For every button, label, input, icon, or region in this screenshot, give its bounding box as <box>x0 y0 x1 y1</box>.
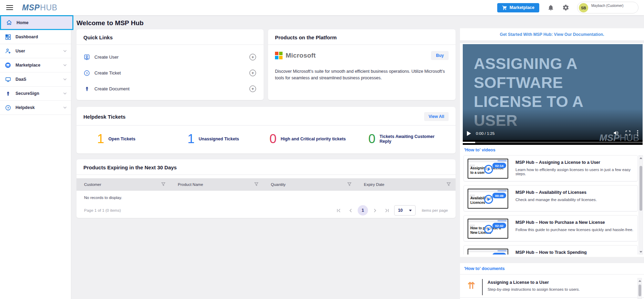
stat-value: 1 <box>187 132 195 145</box>
chevron-down-icon <box>63 50 67 52</box>
more-options-icon[interactable] <box>637 130 638 137</box>
column-customer[interactable]: Customer <box>76 182 170 187</box>
page-title: Welcome to MSP Hub <box>76 19 144 27</box>
duration-badge: 01:08 <box>492 253 506 255</box>
video-time-label: 0:00 / 1:25 <box>476 131 494 136</box>
products-platform-card: Products on the Platform Microsoft Buy D… <box>268 29 456 100</box>
first-page-button[interactable] <box>334 206 343 215</box>
page-size-select[interactable]: 10 <box>394 205 416 216</box>
sidebar-item-dashboard[interactable]: Dashboard <box>0 30 71 44</box>
msp-hub-app: MSP HUB Marketplace SB Maybach (Customer… <box>0 0 644 299</box>
product-description: Discover Microsoft's suite for smooth an… <box>268 60 456 82</box>
divider <box>76 175 456 175</box>
quick-link-create-ticket[interactable]: ? Create Ticket + <box>76 65 264 81</box>
scroll-down-arrow[interactable] <box>639 249 643 254</box>
sidebar-item-daas[interactable]: DaaS <box>0 72 71 87</box>
quick-links-card: Quick Links Create User + ? Create Ticke… <box>76 29 264 100</box>
sidebar-item-marketplace[interactable]: Marketplace <box>0 58 71 72</box>
volume-icon[interactable] <box>613 130 619 137</box>
plus-icon[interactable]: + <box>249 54 256 60</box>
marketplace-store-icon <box>5 62 11 68</box>
video-description: Follow this guide to purchase new licens… <box>515 228 634 232</box>
top-bar: MSP HUB Marketplace SB Maybach (Customer… <box>0 0 644 15</box>
chevron-down-icon <box>63 92 67 95</box>
marketplace-button[interactable]: Marketplace <box>497 3 539 12</box>
quick-link-label: Create User <box>94 54 119 60</box>
section-gap <box>456 257 644 263</box>
stat-awaiting-reply-tickets: 0 Tickets Awaiting Customer Reply <box>368 132 447 145</box>
play-button-icon[interactable] <box>467 131 471 136</box>
sidebar-item-label: Dashboard <box>16 34 38 39</box>
video-description: Check and manage the availability of lic… <box>515 198 634 202</box>
video-title: MSP Hub – Availability of Licenses <box>515 190 634 195</box>
column-quantity[interactable]: Quantity <box>263 182 356 187</box>
caret-down-icon <box>409 210 412 211</box>
video-description: Learn how to efficiently assign licenses… <box>515 168 634 176</box>
duration-badge: 00:49 <box>492 193 506 198</box>
view-all-button[interactable]: View All <box>424 112 449 121</box>
plus-icon[interactable]: + <box>249 70 256 76</box>
helpdesk-tickets-card: Helpdesk Tickets View All 1 Open Tickets… <box>76 107 456 153</box>
video-thumbnail: Availability of Licences 00:49 <box>468 189 508 209</box>
user-account-pill[interactable]: SB Maybach (Customer) <box>577 2 638 13</box>
hamburger-menu-icon[interactable] <box>6 4 13 11</box>
quick-link-create-user[interactable]: Create User + <box>76 49 264 65</box>
pagination-bar: Page 1 of 1 (0 items) 1 10 items per pag… <box>76 200 456 216</box>
scrollbar-thumb[interactable] <box>638 285 641 296</box>
stat-label: Open Tickets <box>109 137 135 141</box>
documentation-link[interactable]: Get Started With MSP Hub: View Our Docum… <box>500 32 604 37</box>
msp-hub-logo[interactable]: MSP HUB <box>22 3 57 12</box>
cart-icon <box>502 5 507 10</box>
help-circle-icon: ? <box>5 104 11 111</box>
settings-gear-icon[interactable] <box>562 4 570 11</box>
previous-page-button[interactable] <box>346 206 355 215</box>
video-list-item[interactable]: How to purchase a New License 02:42 MSP … <box>463 215 638 241</box>
current-page-button[interactable]: 1 <box>358 205 368 216</box>
stat-label: Tickets Awaiting Customer Reply <box>380 134 447 144</box>
filter-funnel-icon[interactable] <box>447 182 451 187</box>
notifications-bell-icon[interactable] <box>547 4 554 11</box>
last-page-button[interactable] <box>382 206 391 215</box>
video-played-segment <box>463 142 475 143</box>
filter-funnel-icon[interactable] <box>254 182 258 187</box>
filter-funnel-icon[interactable] <box>161 182 165 187</box>
video-player[interactable]: ASSIGNING A SOFTWARE LICENSE TO A USER M… <box>463 44 643 145</box>
scrollbar-thumb[interactable] <box>640 166 642 211</box>
sidebar-item-user[interactable]: User <box>0 44 71 58</box>
video-list-item[interactable]: Availability of Licences 00:49 MSP Hub –… <box>463 185 638 211</box>
videos-scrollbar[interactable] <box>638 155 643 255</box>
user-name-label: Maybach (Customer) <box>591 3 623 8</box>
products-expiring-card: Products Expiring in the Next 30 Days Cu… <box>76 159 456 218</box>
sidebar-item-label: Helpdesk <box>16 105 35 110</box>
video-thumbnail: 01:08 <box>468 249 508 255</box>
fullscreen-icon[interactable] <box>625 130 631 137</box>
scroll-up-arrow[interactable] <box>639 156 643 160</box>
video-title: MSP Hub – How to Track Spending <box>515 250 634 255</box>
quick-link-label: Create Document <box>94 86 130 91</box>
vertical-divider <box>482 279 483 295</box>
column-product-name[interactable]: Product Name <box>170 182 263 187</box>
plus-icon[interactable]: + <box>249 86 256 92</box>
helpdesk-tickets-title: Helpdesk Tickets <box>83 114 125 120</box>
scroll-up-arrow[interactable] <box>638 278 642 283</box>
video-list-item[interactable]: 01:08 MSP Hub – How to Track Spending <box>463 245 638 255</box>
column-expiry-date[interactable]: Expiry Date <box>356 182 456 187</box>
sidebar-item-home[interactable]: Home <box>0 15 73 30</box>
play-circle-icon <box>484 225 493 234</box>
duration-badge: 02:14 <box>492 163 506 168</box>
chevron-down-icon <box>63 78 67 81</box>
how-to-videos-list: Assigning a License to a user 02:14 MSP … <box>463 155 638 255</box>
sidebar-item-helpdesk[interactable]: ? Helpdesk <box>0 101 71 115</box>
sidebar-item-securesign[interactable]: SecureSign <box>0 87 71 101</box>
user-gear-icon <box>5 48 11 54</box>
buy-button[interactable]: Buy <box>431 51 449 60</box>
video-list-item[interactable]: Assigning a License to a user 02:14 MSP … <box>463 155 638 181</box>
filter-funnel-icon[interactable] <box>347 182 351 187</box>
next-page-button[interactable] <box>371 206 380 215</box>
quick-link-create-document[interactable]: Create Document + <box>76 81 264 97</box>
document-list-item[interactable]: ⇈ Assigning a License to a User Step-by-… <box>463 278 636 297</box>
divider <box>460 274 644 275</box>
documents-scrollbar[interactable] <box>637 278 642 299</box>
products-platform-title: Products on the Platform <box>275 34 337 40</box>
create-ticket-icon: ? <box>83 70 90 76</box>
